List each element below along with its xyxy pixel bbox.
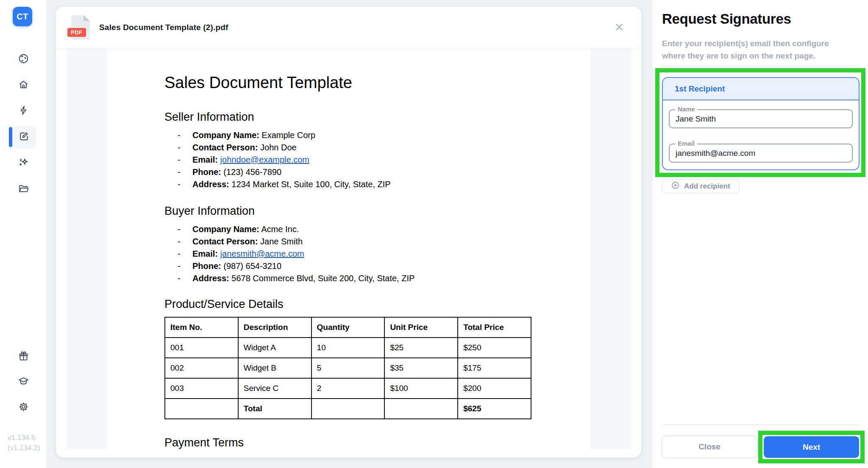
recipient-card-header: 1st Recipient bbox=[663, 78, 859, 100]
list-item: -Address: 5678 Commerce Blvd, Suite 200,… bbox=[164, 272, 531, 285]
recipient-card-body: Name Email bbox=[663, 100, 859, 169]
item-value: Acme Inc. bbox=[259, 224, 299, 234]
item-label: Contact Person: bbox=[192, 143, 258, 152]
add-recipient-label: Add recipient bbox=[684, 182, 730, 191]
sidebar-item-browse[interactable] bbox=[13, 49, 33, 69]
active-nav-indicator bbox=[9, 127, 12, 147]
table-cell: Service C bbox=[238, 378, 312, 399]
sidebar-item-quick-actions[interactable] bbox=[13, 101, 33, 121]
item-label: Email: bbox=[192, 155, 218, 164]
col-header: Quantity bbox=[312, 317, 385, 338]
list-item: -Company Name: Example Corp bbox=[164, 129, 531, 141]
bullet: - bbox=[178, 248, 181, 260]
item-value: (123) 456-7890 bbox=[221, 167, 281, 177]
sidebar-item-files[interactable] bbox=[13, 179, 33, 199]
pdf-page: Sales Document Template Seller Informati… bbox=[107, 48, 590, 449]
table-cell: Widget A bbox=[238, 338, 312, 358]
graduation-cap-icon bbox=[18, 376, 29, 389]
item-label: Company Name: bbox=[192, 224, 259, 234]
table-cell: $175 bbox=[458, 358, 531, 378]
annotation-box-recipient: 1st Recipient Name Email bbox=[655, 68, 865, 177]
sidebar-item-learn[interactable] bbox=[13, 372, 33, 392]
version-line-2: (v1.134.2) bbox=[8, 443, 40, 453]
table-cell bbox=[312, 399, 385, 419]
app-logo[interactable]: CT bbox=[13, 7, 32, 26]
edit-icon bbox=[18, 130, 30, 144]
home-icon bbox=[18, 79, 29, 92]
globe-icon bbox=[18, 53, 29, 66]
item-value: Example Corp bbox=[259, 130, 315, 140]
sidebar-item-rewards[interactable] bbox=[13, 346, 33, 367]
app-screen: CT bbox=[0, 0, 868, 468]
folder-icon bbox=[18, 183, 29, 196]
left-sidebar: CT bbox=[0, 0, 47, 468]
table-cell-total-value: $625 bbox=[458, 399, 531, 419]
item-label: Phone: bbox=[192, 167, 221, 177]
table-cell: $25 bbox=[384, 338, 458, 358]
table-cell: 002 bbox=[165, 358, 238, 378]
table-cell: $200 bbox=[458, 378, 531, 399]
close-icon bbox=[614, 22, 624, 34]
plus-circle-icon bbox=[671, 181, 680, 192]
doc-title: Sales Document Template bbox=[164, 74, 531, 92]
table-cell-total-label: Total bbox=[238, 399, 312, 419]
email-link[interactable]: janesmith@acme.com bbox=[220, 249, 304, 258]
email-field-label: Email bbox=[675, 140, 697, 147]
item-label: Phone: bbox=[192, 261, 221, 271]
table-cell: 001 bbox=[165, 338, 238, 358]
close-button[interactable]: Close bbox=[661, 435, 758, 458]
bullet: - bbox=[178, 141, 181, 154]
buyer-info-list: -Company Name: Acme Inc. -Contact Person… bbox=[164, 223, 531, 285]
document-filename: Sales Document Template (2).pdf bbox=[99, 23, 228, 32]
col-header: Description bbox=[238, 317, 312, 338]
doc-heading-seller: Seller Information bbox=[164, 111, 531, 124]
bullet: - bbox=[178, 272, 181, 285]
table-row: 001 Widget A 10 $25 $250 bbox=[165, 338, 531, 358]
document-modal: PDF Sales Document Template (2).pdf Sale… bbox=[56, 7, 641, 457]
table-total-row: Total $625 bbox=[165, 399, 531, 419]
next-button[interactable]: Next bbox=[764, 436, 859, 458]
sidebar-item-settings[interactable] bbox=[13, 397, 33, 418]
name-field-wrap: Name bbox=[669, 109, 853, 128]
table-row: 003 Service C 2 $100 $200 bbox=[165, 378, 531, 399]
bullet: - bbox=[178, 129, 181, 141]
table-row: 002 Widget B 5 $35 $175 bbox=[165, 358, 531, 378]
sidebar-item-sign[interactable] bbox=[11, 126, 36, 148]
lightning-icon bbox=[18, 105, 29, 118]
bullet: - bbox=[178, 178, 181, 191]
subtitle-line-2: where they are to sign on the next page. bbox=[662, 50, 829, 62]
list-item: -Email: janesmith@acme.com bbox=[164, 248, 531, 260]
sidebar-item-home[interactable] bbox=[13, 75, 33, 95]
list-item: -Address: 1234 Market St, Suite 100, Cit… bbox=[164, 178, 531, 191]
doc-heading-payment: Payment Terms bbox=[164, 436, 531, 449]
list-item: -Contact Person: Jane Smith bbox=[164, 235, 531, 248]
item-label: Company Name: bbox=[192, 130, 259, 140]
pdf-badge: PDF bbox=[67, 28, 86, 37]
subtitle-line-1: Enter your recipient(s) email then confi… bbox=[662, 37, 829, 50]
gift-icon bbox=[18, 350, 29, 363]
list-item: -Company Name: Acme Inc. bbox=[164, 223, 531, 235]
table-cell: $100 bbox=[384, 378, 458, 399]
table-cell: Widget B bbox=[238, 358, 312, 378]
item-value: 5678 Commerce Blvd, Suite 200, City, Sta… bbox=[229, 274, 415, 283]
pdf-file-icon: PDF bbox=[71, 15, 90, 40]
item-value: 1234 Market St, Suite 100, City, State, … bbox=[229, 180, 391, 189]
email-link[interactable]: johndoe@example.com bbox=[220, 155, 309, 164]
close-modal-button[interactable] bbox=[613, 22, 625, 34]
sidebar-item-ai[interactable] bbox=[13, 153, 33, 173]
email-field-wrap: Email bbox=[669, 144, 853, 163]
add-recipient-button[interactable]: Add recipient bbox=[662, 179, 740, 194]
recipient-card: 1st Recipient Name Email bbox=[662, 77, 860, 170]
list-item: -Phone: (987) 654-3210 bbox=[164, 260, 531, 272]
request-signatures-panel: Request Signatures Enter your recipient(… bbox=[653, 0, 868, 468]
app-version: v1.134.5 (v1.134.2) bbox=[8, 433, 40, 453]
pdf-viewer[interactable]: Sales Document Template Seller Informati… bbox=[67, 48, 632, 449]
table-cell: $250 bbox=[458, 338, 531, 358]
col-header: Total Price bbox=[458, 317, 531, 338]
bullet: - bbox=[178, 235, 181, 248]
table-cell: 5 bbox=[312, 358, 385, 378]
table-cell: 003 bbox=[165, 378, 238, 399]
list-item: -Email: johndoe@example.com bbox=[164, 154, 531, 166]
panel-divider-top bbox=[662, 66, 860, 66]
item-label: Contact Person: bbox=[192, 237, 258, 246]
